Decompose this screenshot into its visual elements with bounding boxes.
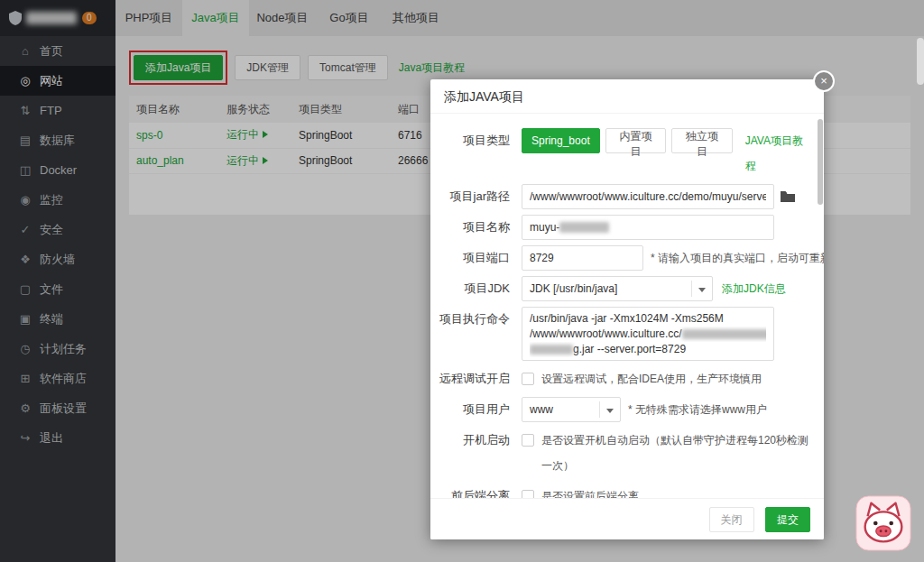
field-label: 项目jar路径 xyxy=(439,184,510,209)
modal-scrollbar-thumb[interactable] xyxy=(818,119,823,205)
modal-title: 添加JAVA项目 xyxy=(430,79,824,114)
row-remote-debug: 远程调试开启 设置远程调试，配合IDEA使用，生产环境慎用 xyxy=(439,366,810,392)
cmd-line: /www/wwwroot/www.iculture.cc/ xyxy=(530,327,682,340)
add-jdk-link[interactable]: 添加JDK信息 xyxy=(722,276,786,301)
page-scrollbar-thumb[interactable] xyxy=(917,38,924,85)
modal-close-icon[interactable]: × xyxy=(813,70,835,92)
field-label: 前后端分离 xyxy=(439,484,510,498)
row-project-port: 项目端口 * 请输入项目的真实端口，启动可重新设置 xyxy=(439,245,810,271)
row-project-name: 项目名称 muyu- xyxy=(439,215,810,240)
port-hint: * 请输入项目的真实端口，启动可重新设置 xyxy=(651,245,824,271)
row-boot-start: 开机启动 是否设置开机自动启动（默认自带守护进程每120秒检测一次） xyxy=(439,428,810,478)
project-user-value: www xyxy=(530,403,553,416)
field-label: 项目端口 xyxy=(439,245,510,271)
field-label: 项目执行命令 xyxy=(439,307,510,332)
row-front-back-split: 前后端分离 是否设置前后端分离 xyxy=(439,484,810,498)
jar-path-input[interactable] xyxy=(522,184,774,209)
type-builtin-button[interactable]: 内置项目 xyxy=(605,128,667,153)
remote-debug-hint: 设置远程调试，配合IDEA使用，生产环境慎用 xyxy=(541,366,762,392)
type-standalone-button[interactable]: 独立项目 xyxy=(671,128,733,153)
jdk-select-value: JDK [/usr/bin/java] xyxy=(530,282,617,295)
chevron-down-icon xyxy=(698,288,706,292)
field-label: 开机启动 xyxy=(439,428,510,453)
field-label: 项目JDK xyxy=(439,276,510,301)
exec-command-textarea[interactable]: /usr/bin/java -jar -Xmx1024M -Xms256M /w… xyxy=(522,307,774,361)
front-back-split-hint: 是否设置前后端分离 xyxy=(541,484,639,498)
field-label: 远程调试开启 xyxy=(439,366,510,392)
boot-start-hint: 是否设置开机自动启动（默认自带守护进程每120秒检测一次） xyxy=(541,428,810,478)
boot-start-checkbox[interactable] xyxy=(522,434,534,447)
project-port-input[interactable] xyxy=(522,245,643,271)
row-exec-command: 项目执行命令 /usr/bin/java -jar -Xmx1024M -Xms… xyxy=(439,307,810,361)
redacted-text xyxy=(530,345,573,355)
field-label: 项目名称 xyxy=(439,215,510,240)
redacted-text xyxy=(559,222,609,233)
folder-browse-icon[interactable] xyxy=(780,184,796,209)
project-name-value: muyu- xyxy=(530,221,559,234)
pig-mascot-widget[interactable] xyxy=(855,495,911,551)
cmd-line: g.jar --server.port=8729 xyxy=(573,343,686,355)
front-back-split-checkbox[interactable] xyxy=(522,490,534,498)
remote-debug-checkbox[interactable] xyxy=(522,373,534,385)
jdk-select[interactable]: JDK [/usr/bin/java] xyxy=(522,276,713,301)
chevron-down-icon xyxy=(606,409,614,413)
row-project-type: 项目类型 Spring_boot 内置项目 独立项目 JAVA项目教程 xyxy=(439,128,810,179)
modal-body: 项目类型 Spring_boot 内置项目 独立项目 JAVA项目教程 项目ja… xyxy=(430,114,824,498)
modal-footer: 关闭 提交 xyxy=(430,498,824,539)
type-springboot-button[interactable]: Spring_boot xyxy=(522,128,600,153)
field-label: 项目类型 xyxy=(439,128,510,153)
java-tutorial-link-modal[interactable]: JAVA项目教程 xyxy=(745,128,810,179)
row-project-jdk: 项目JDK JDK [/usr/bin/java] 添加JDK信息 xyxy=(439,276,810,301)
row-jar-path: 项目jar路径 xyxy=(439,184,810,209)
cmd-line: /usr/bin/java -jar -Xmx1024M -Xms256M xyxy=(530,312,724,325)
field-label: 项目用户 xyxy=(439,397,510,422)
project-name-input[interactable]: muyu- xyxy=(522,215,774,240)
app-root: 0 ⌂ 首页 ◎ 网站 ⇅ FTP ▤ 数据库 ◫ Docker ◉ 监控 ✓ … xyxy=(0,0,924,562)
modal-submit-button[interactable]: 提交 xyxy=(765,507,810,532)
add-java-project-modal: × 添加JAVA项目 项目类型 Spring_boot 内置项目 独立项目 JA… xyxy=(430,79,824,539)
modal-scrollbar xyxy=(816,117,823,496)
user-hint: * 无特殊需求请选择www用户 xyxy=(628,397,767,422)
redacted-text xyxy=(682,329,766,339)
project-user-select[interactable]: www xyxy=(522,397,621,422)
row-project-user: 项目用户 www * 无特殊需求请选择www用户 xyxy=(439,397,810,422)
modal-close-button[interactable]: 关闭 xyxy=(709,507,754,532)
